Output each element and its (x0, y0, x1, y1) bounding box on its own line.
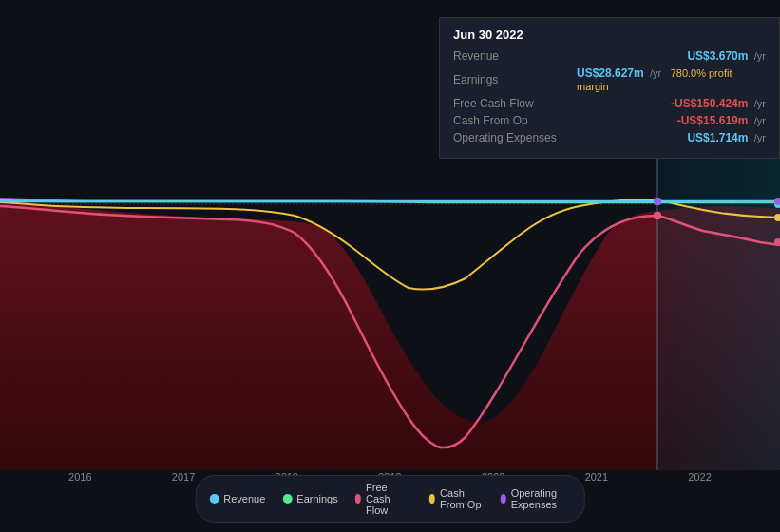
tooltip-row-revenue: Revenue US$3.670m /yr (453, 49, 766, 63)
legend-item-opex[interactable]: Operating Expenses (500, 487, 570, 510)
x-label-2021: 2021 (585, 471, 608, 483)
tooltip-label-revenue: Revenue (453, 49, 577, 63)
legend-label-revenue: Revenue (223, 493, 265, 504)
tooltip-box: Jun 30 2022 Revenue US$3.670m /yr Earnin… (439, 17, 780, 159)
svg-point-8 (654, 212, 661, 219)
x-label-2016: 2016 (68, 471, 91, 483)
legend-dot-fcf (355, 494, 361, 504)
tooltip-date: Jun 30 2022 (453, 28, 766, 42)
legend-dot-cashop (429, 494, 435, 504)
svg-point-7 (654, 198, 661, 205)
tooltip-row-earnings: Earnings US$28.627m /yr 780.0% profit ma… (453, 66, 766, 93)
legend-label-earnings: Earnings (296, 493, 337, 504)
legend-dot-opex (500, 494, 505, 504)
legend-label-cashop: Cash From Op (440, 487, 483, 510)
tooltip-row-fcf: Free Cash Flow -US$150.424m /yr (453, 97, 766, 110)
tooltip-value-earnings: US$28.627m (577, 66, 644, 80)
legend-item-revenue[interactable]: Revenue (209, 493, 265, 504)
legend-dot-earnings (282, 494, 292, 504)
legend-item-earnings[interactable]: Earnings (282, 493, 337, 504)
legend-label-opex: Operating Expenses (511, 487, 571, 510)
chart-container: Jun 30 2022 Revenue US$3.670m /yr Earnin… (0, 0, 780, 532)
tooltip-value-revenue: US$3.670m (687, 49, 748, 63)
tooltip-value-opex: US$1.714m (687, 131, 748, 144)
tooltip-label-cashop: Cash From Op (453, 114, 577, 127)
chart-svg (0, 147, 780, 470)
tooltip-label-earnings: Earnings (453, 73, 577, 86)
tooltip-value-fcf: -US$150.424m (671, 97, 748, 110)
legend-label-fcf: Free Cash Flow (366, 482, 412, 516)
tooltip-value-cashop: -US$15.619m (677, 114, 749, 127)
tooltip-row-cashop: Cash From Op -US$15.619m /yr (453, 114, 766, 127)
legend-item-fcf[interactable]: Free Cash Flow (355, 482, 412, 516)
tooltip-row-opex: Operating Expenses US$1.714m /yr (453, 131, 766, 144)
x-label-2022: 2022 (688, 471, 711, 483)
tooltip-label-opex: Operating Expenses (453, 131, 577, 144)
legend-item-cashop[interactable]: Cash From Op (429, 487, 484, 510)
chart-legend: Revenue Earnings Free Cash Flow Cash Fro… (195, 475, 585, 522)
svg-rect-2 (656, 147, 780, 470)
legend-dot-revenue (209, 494, 219, 504)
tooltip-label-fcf: Free Cash Flow (453, 97, 577, 110)
x-label-2017: 2017 (172, 471, 195, 483)
